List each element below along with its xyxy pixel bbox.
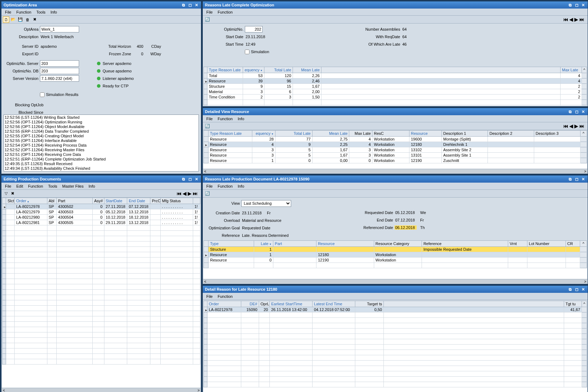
close-icon[interactable]: ✕ [581,287,586,292]
table-row[interactable] [2,316,200,322]
table-row[interactable]: Resource351,673Workstation13101Assembly … [204,153,587,158]
column-header[interactable]: Description 3 [534,131,581,137]
menu-file[interactable]: File [204,294,215,299]
refresh-icon[interactable] [204,16,211,23]
column-header[interactable]: Resource [316,241,374,247]
column-header[interactable]: Max Late [561,67,582,73]
menu-file[interactable]: File [204,9,215,15]
column-header[interactable]: Reference [422,241,508,247]
menu-info[interactable]: Info [48,9,59,15]
column-header[interactable]: Target ts [355,301,384,307]
table-row[interactable] [2,263,200,268]
table-row[interactable] [2,236,200,241]
nav-first-icon[interactable]: ⏮ [177,191,181,196]
column-header[interactable]: CR [566,241,580,247]
close-icon[interactable]: ✕ [194,3,199,7]
column-header[interactable]: Part [273,241,316,247]
table-row[interactable] [2,338,200,343]
table-row[interactable] [204,350,587,355]
table-row[interactable] [2,268,200,274]
nav-last-icon[interactable]: ⏭ [579,17,584,22]
menu-tools[interactable]: Tools [34,9,48,15]
menu-master-files[interactable]: Master Files [60,183,86,189]
column-header[interactable]: Description 2 [488,131,534,137]
menu-function[interactable]: Function [26,183,45,189]
menu-file[interactable]: File [3,183,14,189]
table-row[interactable] [2,279,200,284]
column-header[interactable]: Resource Category [374,241,422,247]
table-row[interactable] [2,241,200,247]
nav-prev-icon[interactable]: ◀ [183,191,186,196]
column-header[interactable]: End Date [127,198,150,204]
column-header[interactable]: Type Reason Late [207,67,243,73]
column-header[interactable]: OprL [259,301,270,307]
checkbox-simulation[interactable]: Simulation [245,50,269,54]
table-row[interactable]: Structure1Impossible Requested Date [204,247,587,252]
table-row[interactable]: LA-80212981SP4300505029.11.201813.12.201… [2,220,200,225]
detailed-grid[interactable]: Type Reason LateequencyTotal LateMean La… [203,130,587,169]
table-row[interactable] [204,377,587,382]
table-row[interactable]: LA-80212978150902026.11.2018 13:42:0004.… [204,307,587,312]
table-row[interactable] [204,329,587,334]
pin-icon[interactable]: ⧉ [568,177,573,182]
table-row[interactable]: LA-80212978SP4300502027.11.201807.12.201… [2,204,200,209]
column-header[interactable]: Tgt tu [564,301,582,307]
maximize-icon[interactable]: ◻ [187,177,192,182]
reasons-late-grid[interactable]: Type Reason LateequencyTotal LateMean La… [203,67,587,106]
table-row[interactable] [2,295,200,300]
pin-icon[interactable]: ⧉ [568,287,573,292]
menu-info[interactable]: Info [236,116,246,122]
table-row[interactable] [204,361,587,366]
table-row[interactable] [2,225,200,231]
table-row[interactable] [2,258,200,263]
nav-prev-icon[interactable]: ◀ [569,17,573,22]
nav-last-icon[interactable]: ⏭ [579,123,584,129]
save-icon[interactable] [17,16,24,23]
table-row[interactable]: Resource351,673Workstation13102Assembly … [204,147,587,153]
table-row[interactable]: Resource112180Workstation [204,252,587,258]
table-row[interactable]: Total531202,264 [204,73,587,78]
table-row[interactable]: Material362,002 [204,89,587,95]
menu-function[interactable]: Function [216,116,235,122]
table-row[interactable] [204,334,587,339]
maximize-icon[interactable]: ◻ [574,110,579,114]
column-header[interactable]: Part [56,198,92,204]
table-row[interactable]: Resource012190Workstation [204,258,587,263]
table-row[interactable]: Resource100,000Workstation12190Zuschnitt [204,158,587,163]
log-output[interactable]: 12:52:56 (LST-11264) Writing Back Starte… [4,114,199,172]
filter-icon[interactable]: ▽ [3,190,9,197]
column-header[interactable]: ResC [372,131,409,137]
menu-edit[interactable]: Edit [14,183,25,189]
menu-info[interactable]: Info [236,183,246,189]
table-row[interactable] [204,318,587,323]
input-optno-db[interactable] [40,68,79,74]
column-header[interactable]: Type Reason Late [208,131,252,137]
refresh-icon[interactable] [204,123,211,129]
menu-file[interactable]: File [204,116,215,122]
column-header[interactable]: Order [15,198,47,204]
menu-file[interactable]: File [3,9,14,15]
column-header[interactable]: equency [252,131,275,137]
column-header[interactable]: Order [207,301,241,307]
column-header[interactable]: Mfg Status [160,198,193,204]
column-header[interactable]: Description 1 [442,131,488,137]
column-header[interactable]: Mean Late [312,131,349,137]
table-row[interactable] [2,247,200,252]
delete-icon[interactable] [24,16,31,23]
column-header[interactable]: Total Late [275,131,312,137]
maximize-icon[interactable]: ◻ [574,177,579,182]
table-row[interactable] [2,284,200,290]
column-header[interactable]: Latest End Time [313,301,355,307]
table-row[interactable]: LA-80212979SP4300503005.12.201813.12.201… [2,209,200,215]
nav-last-icon[interactable]: ⏭ [193,191,197,196]
table-row[interactable] [2,274,200,279]
h-scrollbar[interactable]: <> [203,279,588,284]
table-row[interactable] [204,345,587,350]
table-row[interactable] [2,348,200,354]
nav-prev-icon[interactable]: ◀ [569,123,573,129]
checkbox-sim-results[interactable]: Simulation Results [40,92,78,97]
column-header[interactable]: Vrnt [508,241,527,247]
pin-icon[interactable]: ⧉ [181,177,186,182]
maximize-icon[interactable]: ◻ [187,3,192,7]
table-row[interactable] [2,332,200,338]
